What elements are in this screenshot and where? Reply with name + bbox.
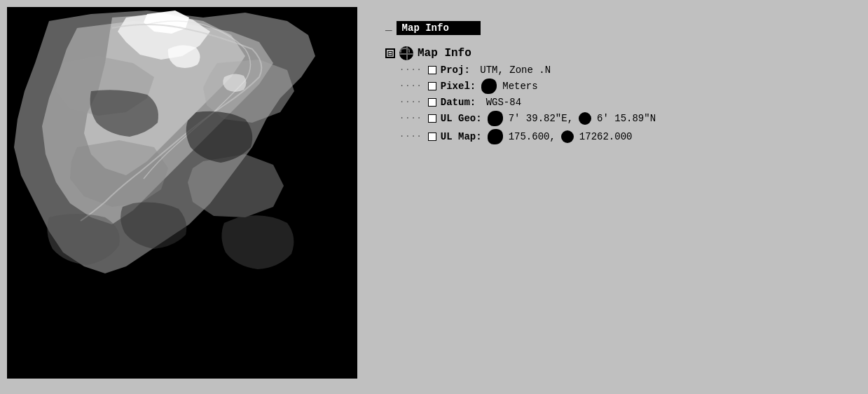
ul-map-blob1 xyxy=(488,129,503,144)
item-label-pixel: Pixel: xyxy=(441,81,476,92)
pixel-value-blob xyxy=(481,79,497,94)
main-container: — Map Info ⊟ Map Info ···· Proj: UTM, xyxy=(0,0,868,394)
tree-connector-line: ···· xyxy=(399,65,422,75)
item-checkbox xyxy=(428,98,436,107)
item-checkbox xyxy=(428,82,436,90)
globe-icon xyxy=(399,46,413,60)
item-value-ul-map2: 17262.000 xyxy=(579,131,633,142)
map-panel xyxy=(7,7,357,379)
list-item: ···· UL Map: 175.600, 17262.000 xyxy=(399,129,854,144)
list-item: ···· Pixel: Meters xyxy=(399,79,854,94)
tree-root: ⊟ Map Info xyxy=(385,46,854,60)
item-value-proj: UTM, Zone .N xyxy=(474,64,551,76)
ul-map-blob2 xyxy=(561,130,574,143)
list-item: ···· UL Geo: 7' 39.82"E, 6' 15.89"N xyxy=(399,111,854,126)
item-label-ul-map: UL Map: xyxy=(441,131,482,142)
tree-items: ···· Proj: UTM, Zone .N ···· Pixel: Mete… xyxy=(385,64,854,144)
item-value-ul-geo: 7' 39.82"E, xyxy=(509,113,573,124)
ul-geo-blob1 xyxy=(488,111,503,126)
tree-toggle-button[interactable]: ⊟ xyxy=(385,48,395,58)
list-item: ···· Datum: WGS-84 xyxy=(399,97,854,108)
map-image xyxy=(7,7,357,379)
map-info-title-bar: Map Info xyxy=(397,21,481,35)
info-panel: — Map Info ⊟ Map Info ···· Proj: UTM, xyxy=(378,14,861,151)
tree-root-label: Map Info xyxy=(418,47,471,60)
tree-connector-line: ···· xyxy=(399,114,422,123)
item-checkbox xyxy=(428,114,436,123)
item-label-ul-geo: UL Geo: xyxy=(441,113,482,124)
tree-connector-line: ···· xyxy=(399,132,422,142)
minus-icon: — xyxy=(385,25,392,37)
item-value-ul-map: 175.600, xyxy=(509,131,556,142)
list-item: ···· Proj: UTM, Zone .N xyxy=(399,64,854,76)
item-value-ul-geo2: 6' 15.89"N xyxy=(597,113,656,124)
item-checkbox xyxy=(428,133,436,141)
tree-connector-line: ···· xyxy=(399,97,422,107)
item-label-datum: Datum: xyxy=(441,97,476,108)
ul-geo-blob2 xyxy=(579,112,591,125)
item-label-proj: Proj: xyxy=(441,64,470,76)
tree-connector-line: ···· xyxy=(399,81,422,91)
item-value-datum: WGS-84 xyxy=(480,97,521,108)
item-value-pixel: Meters xyxy=(502,81,537,92)
item-checkbox xyxy=(428,66,436,74)
